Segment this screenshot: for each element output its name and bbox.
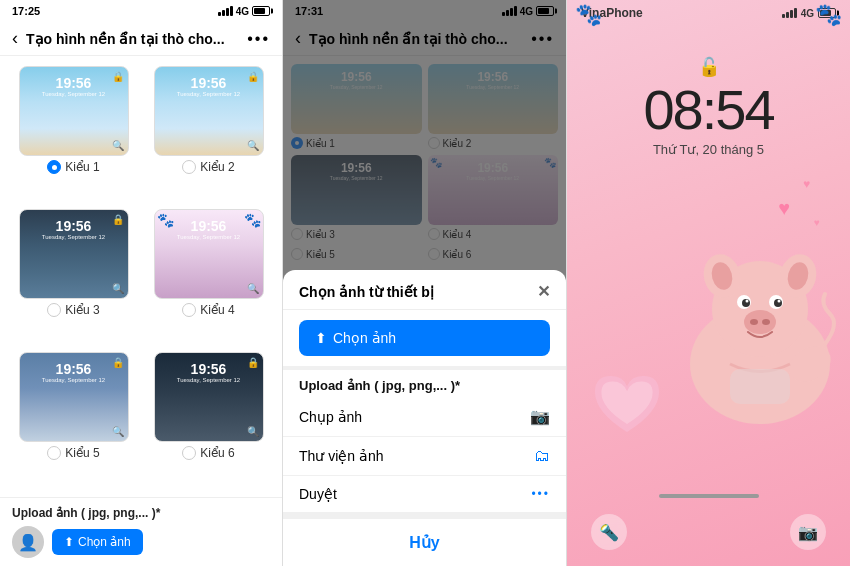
upload-row: 👤 ⬆ Chọn ảnh — [12, 526, 270, 558]
browse-icon: ••• — [531, 487, 550, 501]
modal-title: Chọn ảnh từ thiết bị — [299, 284, 434, 300]
upload-section-left: Upload ảnh ( jpg, png,... )* 👤 ⬆ Chọn ản… — [0, 497, 282, 566]
modal-close-button[interactable]: ✕ — [537, 282, 550, 301]
signal-bars — [218, 6, 233, 16]
svg-point-11 — [778, 300, 781, 303]
wallpaper-thumb-6[interactable]: 19:56 Tuesday, September 12 🔒 🔍 — [154, 352, 264, 442]
action-row-library[interactable]: Thư viện ảnh 🗂 — [283, 437, 566, 476]
upload-label-left: Upload ảnh ( jpg, png,... )* — [12, 506, 270, 520]
lockscreen-lock-icon: 🔓 — [698, 56, 720, 78]
wallpaper-thumb-4[interactable]: 🐾 🐾 19:56 Tuesday, September 12 🔍 — [154, 209, 264, 299]
back-button[interactable]: ‹ — [12, 28, 18, 49]
flashlight-button[interactable]: 🔦 — [591, 514, 627, 550]
modal-chon-anh-button[interactable]: ⬆ Chọn ảnh — [299, 320, 550, 356]
lockscreen-time: 08:54 — [643, 82, 773, 138]
more-button-left[interactable]: ••• — [247, 30, 270, 48]
lock-icon-1: 🔒 — [112, 71, 124, 82]
paw-icon-left: 🐾 — [157, 212, 174, 228]
radio-label-3[interactable]: Kiểu 3 — [47, 303, 99, 317]
lockscreen-date: Thứ Tư, 20 tháng 5 — [653, 142, 764, 157]
radio-6[interactable] — [182, 446, 196, 460]
network-type: 4G — [236, 6, 249, 17]
upload-section-modal: Upload ảnh ( jpg, png,... )* — [283, 370, 566, 397]
paw-icon-right: 🐾 — [244, 212, 261, 228]
modal-box: Chọn ảnh từ thiết bị ✕ ⬆ Chọn ảnh Upload… — [283, 270, 566, 566]
right-panel: 🐾 🐾 VinaPhone 4G 🔓 08:54 — [567, 0, 850, 566]
action-row-camera[interactable]: Chụp ảnh 📷 — [283, 397, 566, 437]
left-panel: 17:25 4G ‹ Tạo hình nền ẩn tại thò cho..… — [0, 0, 283, 566]
lockscreen: 🐾 🐾 VinaPhone 4G 🔓 08:54 — [567, 0, 850, 566]
avatar-placeholder: 👤 — [12, 526, 44, 558]
search-icon-5: 🔍 — [112, 426, 124, 437]
wallpaper-item-1[interactable]: 19:56 Tuesday, September 12 🔒 🔍 Kiểu 1 — [10, 66, 137, 201]
svg-point-13 — [750, 319, 758, 325]
wallpaper-item-6[interactable]: 19:56 Tuesday, September 12 🔒 🔍 Kiểu 6 — [145, 352, 272, 487]
search-icon-4: 🔍 — [247, 283, 259, 294]
radio-1[interactable] — [47, 160, 61, 174]
search-icon-3: 🔍 — [112, 283, 124, 294]
pig-illustration-area: ♥ ♥ ♥ — [567, 157, 850, 494]
status-time-left: 17:25 — [12, 5, 40, 17]
radio-2[interactable] — [182, 160, 196, 174]
wallpaper-item-5[interactable]: 19:56 Tuesday, September 12 🔒 🔍 Kiểu 5 — [10, 352, 137, 487]
action-label-library: Thư viện ảnh — [299, 448, 384, 464]
lock-icon-5: 🔒 — [112, 357, 124, 368]
heart-2: ♥ — [803, 177, 810, 191]
paw-left-icon: 🐾 — [575, 2, 602, 28]
camera-icon: 📷 — [530, 407, 550, 426]
swipe-bar — [659, 494, 759, 498]
radio-4[interactable] — [182, 303, 196, 317]
wallpaper-grid: 19:56 Tuesday, September 12 🔒 🔍 Kiểu 1 1… — [0, 56, 282, 497]
wallpaper-thumb-3[interactable]: 19:56 Tuesday, September 12 🔒 🔍 — [19, 209, 129, 299]
modal-header: Chọn ảnh từ thiết bị ✕ — [283, 270, 566, 310]
search-icon-2: 🔍 — [247, 140, 259, 151]
camera-icon-ls: 📷 — [798, 523, 818, 542]
radio-5[interactable] — [47, 446, 61, 460]
radio-label-4[interactable]: Kiểu 4 — [182, 303, 234, 317]
radio-label-5[interactable]: Kiểu 5 — [47, 446, 99, 460]
paw-right-icon: 🐾 — [815, 2, 842, 28]
heart-cushion — [577, 364, 677, 444]
lock-icon-3: 🔒 — [112, 214, 124, 225]
modal-overlay: Chọn ảnh từ thiết bị ✕ ⬆ Chọn ảnh Upload… — [283, 0, 566, 566]
svg-point-14 — [762, 319, 770, 325]
heart-3: ♥ — [814, 217, 820, 228]
wallpaper-item-4[interactable]: 🐾 🐾 19:56 Tuesday, September 12 🔍 Kiểu 4 — [145, 209, 272, 344]
paw-area: 🐾 🐾 — [567, 0, 850, 30]
page-title-left: Tạo hình nền ẩn tại thò cho... — [26, 31, 239, 47]
lock-icon-6: 🔒 — [247, 357, 259, 368]
chon-anh-button-left[interactable]: ⬆ Chọn ảnh — [52, 529, 143, 555]
heart-1: ♥ — [778, 197, 790, 220]
svg-rect-16 — [730, 369, 790, 404]
camera-button[interactable]: 📷 — [790, 514, 826, 550]
flashlight-icon: 🔦 — [599, 523, 619, 542]
battery-icon — [252, 6, 270, 16]
cancel-button[interactable]: Hủy — [283, 513, 566, 566]
upload-icon-left: ⬆ — [64, 535, 74, 549]
upload-icon-modal: ⬆ — [315, 330, 327, 346]
wallpaper-thumb-2[interactable]: 19:56 Tuesday, September 12 🔒 🔍 — [154, 66, 264, 156]
wallpaper-item-3[interactable]: 19:56 Tuesday, September 12 🔒 🔍 Kiểu 3 — [10, 209, 137, 344]
search-icon-6: 🔍 — [247, 426, 259, 437]
wallpaper-thumb-1[interactable]: 19:56 Tuesday, September 12 🔒 🔍 — [19, 66, 129, 156]
svg-point-10 — [746, 300, 749, 303]
search-icon-1: 🔍 — [112, 140, 124, 151]
action-label-camera: Chụp ảnh — [299, 409, 362, 425]
pig-svg — [670, 234, 850, 434]
status-icons-left: 4G — [218, 6, 270, 17]
lock-icon-2: 🔒 — [247, 71, 259, 82]
library-icon: 🗂 — [534, 447, 550, 465]
wallpaper-item-2[interactable]: 19:56 Tuesday, September 12 🔒 🔍 Kiểu 2 — [145, 66, 272, 201]
action-label-browse: Duyệt — [299, 486, 337, 502]
radio-label-6[interactable]: Kiểu 6 — [182, 446, 234, 460]
radio-3[interactable] — [47, 303, 61, 317]
middle-panel: 17:31 4G ‹ Tạo hình nền ẩn tại thò cho..… — [283, 0, 567, 566]
wallpaper-thumb-5[interactable]: 19:56 Tuesday, September 12 🔒 🔍 — [19, 352, 129, 442]
nav-bar-left: ‹ Tạo hình nền ẩn tại thò cho... ••• — [0, 22, 282, 56]
ls-top-section: 🔓 08:54 Thứ Tư, 20 tháng 5 — [567, 24, 850, 157]
svg-point-12 — [744, 310, 776, 334]
radio-label-1[interactable]: Kiểu 1 — [47, 160, 99, 174]
radio-label-2[interactable]: Kiểu 2 — [182, 160, 234, 174]
upload-label-modal: Upload ảnh ( jpg, png,... )* — [299, 378, 550, 393]
action-row-browse[interactable]: Duyệt ••• — [283, 476, 566, 513]
